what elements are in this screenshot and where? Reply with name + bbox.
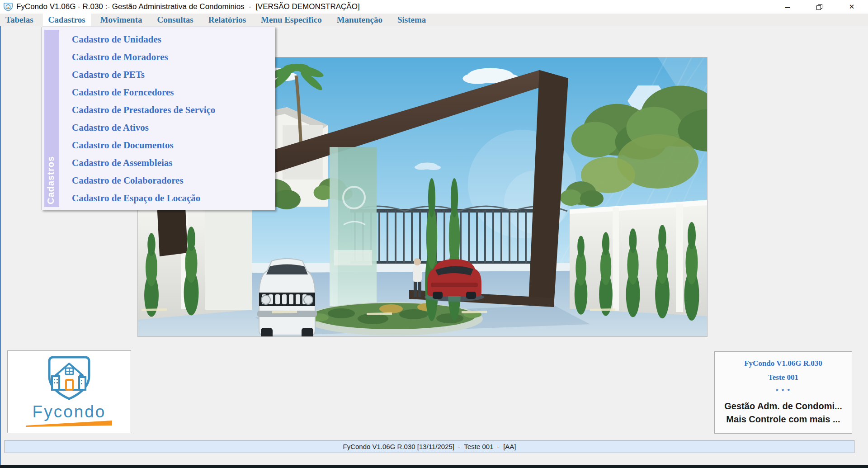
app-logo-icon	[3, 2, 13, 12]
restore-button[interactable]	[806, 0, 833, 14]
menu-item-cadastro-de-forncedores[interactable]: Cadastro de Forncedores	[59, 84, 273, 101]
menubar-item-cadastros[interactable]: Cadastros	[43, 14, 91, 26]
brand-logo-box: Fycondo	[7, 350, 131, 433]
info-tagline-2: Mais Controle com mais ...	[715, 413, 852, 426]
menubar: Tabelas Cadastros Movimenta Consultas Re…	[0, 14, 868, 26]
window-left-border	[0, 0, 1, 468]
info-version: FyCondo V1.06G R.030	[715, 359, 852, 368]
menubar-item-sistema[interactable]: Sistema	[392, 14, 431, 26]
cadastros-dropdown-menu: Cadastros Cadastro de Unidades Cadastro …	[42, 27, 275, 210]
titlebar: FyCondo V1.06G - R.030 :- Gestão Adminis…	[0, 0, 868, 14]
menubar-item-consultas[interactable]: Consultas	[151, 14, 198, 26]
close-button[interactable]: ✕	[838, 0, 865, 14]
brand-swoosh	[26, 421, 112, 427]
dropdown-group-label: Cadastros	[46, 156, 56, 204]
minimize-button[interactable]: ─	[774, 0, 801, 14]
menubar-item-manutencao[interactable]: Manutenção	[331, 14, 388, 26]
menu-item-cadastro-de-espaco-de-locacao[interactable]: Cadastro de Espaço de Locação	[59, 189, 273, 207]
menu-item-cadastro-de-moradores[interactable]: Cadastro de Moradores	[59, 48, 273, 66]
restore-icon	[816, 4, 822, 9]
statusbar: FyCondo V1.06G R.030 [13/11/2025] - Test…	[5, 440, 854, 453]
dropdown-side-strip: Cadastros	[44, 30, 59, 207]
menu-item-cadastro-de-documentos[interactable]: Cadastro de Documentos	[59, 137, 273, 154]
close-icon: ✕	[849, 3, 855, 11]
status-text: FyCondo V1.06G R.030 [13/11/2025] - Test…	[343, 443, 516, 450]
menubar-item-tabelas[interactable]: Tabelas	[0, 14, 39, 26]
menubar-item-movimenta[interactable]: Movimenta	[95, 14, 148, 26]
info-condo-name: Teste 001	[715, 373, 852, 382]
info-tagline-1: Gestão Adm. de Condomi...	[715, 400, 852, 413]
menu-item-cadastro-de-ativos[interactable]: Cadastro de Ativos	[59, 119, 273, 137]
brand-wordmark: Fycondo	[8, 404, 131, 420]
menu-item-cadastro-de-prestadores-de-servico[interactable]: Cadastro de Prestadores de Serviço	[59, 101, 273, 119]
brand-shield-icon	[40, 355, 98, 402]
menu-item-cadastro-de-unidades[interactable]: Cadastro de Unidades	[59, 31, 273, 48]
menu-item-cadastro-de-pets[interactable]: Cadastro de PETs	[59, 66, 273, 84]
minimize-icon: ─	[785, 3, 790, 11]
menubar-item-relatorios[interactable]: Relatórios	[203, 14, 251, 26]
dropdown-items: Cadastro de Unidades Cadastro de Morador…	[59, 31, 273, 207]
app-window: FyCondo V1.06G - R.030 :- Gestão Adminis…	[0, 0, 868, 468]
taskbar-edge	[0, 465, 868, 468]
info-panel: FyCondo V1.06G R.030 Teste 001 * * * Ges…	[714, 351, 852, 434]
menubar-item-menu-especifico[interactable]: Menu Específico	[255, 14, 327, 26]
menu-item-cadastro-de-assembleias[interactable]: Cadastro de Assembleias	[59, 154, 273, 172]
menu-item-cadastro-de-colaboradores[interactable]: Cadastro de Colaboradores	[59, 172, 273, 189]
info-separator: * * *	[715, 388, 852, 394]
window-title: FyCondo V1.06G - R.030 :- Gestão Adminis…	[16, 0, 360, 14]
